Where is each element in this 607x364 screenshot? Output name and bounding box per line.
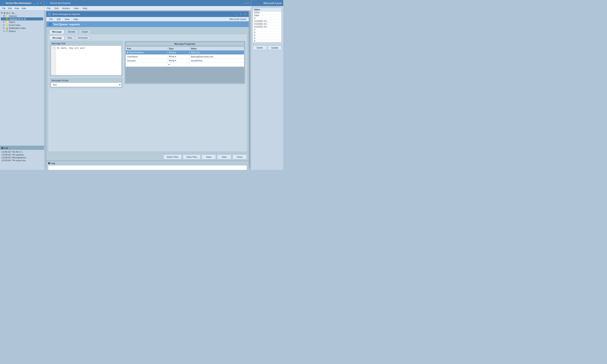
dialog-log-section: ▣ Log bbox=[46, 161, 249, 170]
tree-requests-icon: 🟢 bbox=[6, 18, 9, 20]
props-row-4-key bbox=[126, 63, 167, 67]
sub-tab-generator[interactable]: Generator bbox=[75, 36, 91, 40]
dialog-menu-file[interactable]: File bbox=[47, 18, 55, 21]
main-content: 🔷 Service Bus Explorer _ □ × File Edit A… bbox=[44, 0, 251, 170]
log-panel-left-title: ▣ Log bbox=[0, 146, 44, 150]
main-menu-view[interactable]: View bbox=[72, 7, 81, 10]
dialog-menu-edit[interactable]: Edit bbox=[55, 18, 63, 21]
clear-files-button[interactable]: Clear Files bbox=[183, 155, 200, 159]
open-button[interactable]: Open bbox=[202, 155, 216, 159]
delete-button[interactable]: Delete bbox=[253, 46, 267, 50]
props-row-3-key: Scenario bbox=[126, 59, 167, 63]
sub-tab-files[interactable]: Files bbox=[65, 36, 75, 40]
properties-empty-area bbox=[126, 67, 244, 83]
main-window: 🌐 Service Bus Namespace _ □ × File Edit … bbox=[0, 0, 283, 170]
right-table: Value Active False 0 2/12/2021 9:3... 2/… bbox=[253, 8, 282, 43]
dialog-title-icon: 🔷 bbox=[48, 13, 51, 16]
tree-topics-item[interactable]: ▷ 📁 Topics bbox=[1, 20, 43, 24]
dialog-menu-view[interactable]: View bbox=[63, 18, 72, 21]
message-text-group: Message Text 1 Hi mate, how are you? bbox=[50, 41, 123, 77]
dialog-log-label: Log bbox=[51, 162, 55, 164]
tab-sender[interactable]: Sender bbox=[65, 29, 78, 34]
dialog-minimize-button[interactable]: _ bbox=[235, 12, 238, 16]
left-title-bar: 🌐 Service Bus Namespace _ □ × bbox=[0, 0, 44, 6]
select-files-button[interactable]: Select Files bbox=[163, 155, 182, 159]
start-button[interactable]: Start bbox=[217, 155, 231, 159]
main-maximize-button[interactable]: □ bbox=[244, 2, 247, 4]
footer-buttons: Select Files Clear Files Open Start Clos… bbox=[46, 153, 249, 161]
left-panel-title: Service Bus Namespace bbox=[6, 2, 31, 4]
right-column: Message Properties Key Type Value bbox=[125, 41, 245, 88]
tab-graph[interactable]: Graph bbox=[79, 29, 91, 34]
props-row-1-type: String ▾ bbox=[167, 51, 190, 55]
message-format-group: Message Format Text JSON XML Binary bbox=[50, 78, 123, 88]
left-maximize-button[interactable]: □ bbox=[36, 2, 39, 4]
main-menu-actions[interactable]: Actions bbox=[61, 7, 72, 10]
inner-dialog-header: 🌐 Test Queue: requests bbox=[46, 21, 249, 27]
tree-topics-expand: ▷ bbox=[3, 21, 5, 23]
tab-message[interactable]: Message bbox=[49, 29, 65, 34]
props-row-4-value bbox=[189, 63, 244, 67]
line-numbers: 1 bbox=[51, 46, 56, 75]
right-table-value-10: 0 bbox=[253, 37, 281, 40]
send-messages-dialog: 🔷 Send messages to requests _ □ × File E… bbox=[46, 11, 249, 168]
dialog-main-area: Message Sender Graph Message Files Gener… bbox=[46, 27, 249, 153]
left-menu-bar: File Edit View Help bbox=[0, 6, 44, 11]
message-textarea[interactable]: Hi mate, how are you? bbox=[56, 46, 121, 75]
main-menu-edit[interactable]: Edit bbox=[53, 7, 61, 10]
tree-queues-expand: ⊟ bbox=[3, 14, 5, 17]
dialog-maximize-button[interactable]: □ bbox=[239, 12, 243, 16]
left-menu-file[interactable]: File bbox=[1, 7, 7, 10]
tree-requests-item[interactable]: 🟢 requests (0, 0, 0) bbox=[1, 17, 43, 20]
props-row-2[interactable]: UserName String ▾ paolos@microsoft.com bbox=[126, 55, 244, 59]
message-format-label: Message Format bbox=[51, 79, 69, 82]
sub-tabs: Message Files Generator bbox=[50, 36, 245, 40]
dialog-close-button[interactable]: × bbox=[243, 12, 247, 16]
left-column: Message Text 1 Hi mate, how are you? Mes… bbox=[50, 41, 123, 88]
right-table-value-2: False bbox=[253, 14, 281, 17]
tree-eventhubs-item[interactable]: ▷ ⚡ Event Hubs bbox=[1, 24, 43, 26]
props-row-1-arrow: ▶ MachineName bbox=[126, 51, 167, 55]
main-minimize-button[interactable]: _ bbox=[242, 2, 244, 4]
main-menu-file[interactable]: File bbox=[45, 7, 53, 10]
props-row-3[interactable]: Scenario String ▾ GeoDRTest bbox=[126, 59, 244, 63]
props-row-4[interactable]: ▾ bbox=[126, 63, 244, 67]
left-title-bar-controls: _ □ × bbox=[33, 2, 42, 4]
message-text-label: Message Text bbox=[51, 42, 66, 45]
tree-notificationhubs-item[interactable]: ▷ 🔔 Notification Hubs bbox=[1, 26, 43, 29]
close-button[interactable]: Close bbox=[233, 155, 247, 159]
props-row-1-value[interactable]: PAOLOS bbox=[189, 51, 244, 55]
tree-root[interactable]: ⊟ 🖥 sb:// 2g... bbox=[1, 11, 43, 14]
props-row-3-value[interactable]: GeoDRTest bbox=[189, 59, 244, 63]
message-format-select[interactable]: Text JSON XML Binary bbox=[51, 82, 122, 87]
right-buttons: Delete Update bbox=[251, 44, 283, 51]
main-menu-help[interactable]: Help bbox=[80, 7, 89, 10]
tree-queues-parent[interactable]: ⊟ 📁 Queues bbox=[1, 14, 43, 17]
tree-queues-icon: 📁 bbox=[6, 14, 9, 17]
left-menu-help[interactable]: Help bbox=[20, 7, 27, 10]
update-button[interactable]: Update bbox=[268, 46, 282, 50]
log-content-left: <10:58:32> The file C:\... <10:58:42> Th… bbox=[0, 150, 44, 163]
tree-relays-icon: 🔗 bbox=[5, 30, 8, 32]
log-panel-left: ▣ Log <10:58:32> The file C:\... <10:58:… bbox=[0, 146, 44, 170]
tree-area: ⊟ 🖥 sb:// 2g... ⊟ 📁 Queues 🟢 requests (0… bbox=[0, 11, 44, 33]
props-row-1[interactable]: ▶ MachineName String ▾ PAOLOS bbox=[126, 51, 244, 55]
tree-relays-item[interactable]: ▷ 🔗 Relays bbox=[1, 29, 43, 33]
tree-root-icon2: 🖥 bbox=[3, 12, 5, 14]
tree-notificationhubs-expand: ▷ bbox=[3, 27, 5, 29]
right-table-value-3: 0 bbox=[253, 17, 281, 20]
props-row-2-key: UserName bbox=[126, 55, 167, 59]
right-header: Microsoft Azure bbox=[251, 0, 283, 6]
microsoft-azure-label-right: Microsoft Azure bbox=[264, 2, 282, 5]
tree-relays-expand: ▷ bbox=[3, 30, 5, 32]
log-line-4: <10:58:44> The queue req... bbox=[1, 159, 43, 162]
left-minimize-button[interactable]: _ bbox=[33, 2, 36, 4]
left-menu-edit[interactable]: Edit bbox=[7, 7, 13, 10]
props-row-2-value[interactable]: paolos@microsoft.com bbox=[189, 55, 244, 59]
left-menu-view[interactable]: View bbox=[13, 7, 20, 10]
left-close-button[interactable]: × bbox=[40, 2, 42, 4]
sub-tab-message[interactable]: Message bbox=[50, 36, 64, 40]
main-close-button[interactable]: × bbox=[247, 2, 249, 4]
dialog-menu-help[interactable]: Help bbox=[71, 18, 80, 21]
main-menu-bar: File Edit Actions View Help bbox=[44, 6, 251, 11]
